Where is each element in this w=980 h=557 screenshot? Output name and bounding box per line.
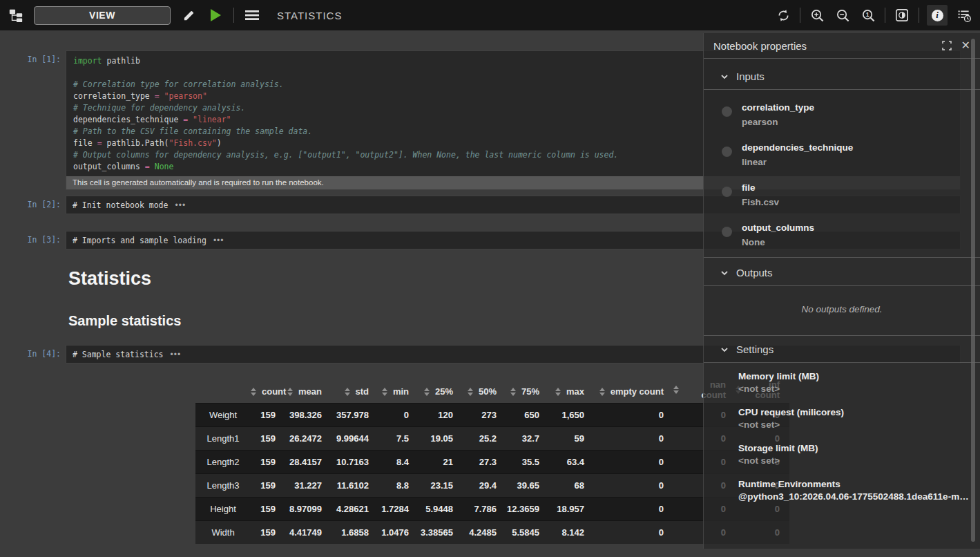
column-label: 75% xyxy=(521,386,539,397)
cell-value: 8.142 xyxy=(549,520,594,544)
row-label: Length2 xyxy=(195,450,251,473)
row-label: Weight xyxy=(195,403,251,426)
input-item[interactable]: dependencies_techniquelinear xyxy=(722,133,980,173)
collapsed-code-marker[interactable]: ••• xyxy=(175,200,186,210)
table-row[interactable]: Width1594.417491.68581.04763.385654.2485… xyxy=(195,520,789,544)
table-row[interactable]: Length115926.24729.996447.519.0525.232.7… xyxy=(195,426,789,450)
sort-icon[interactable] xyxy=(555,388,561,396)
svg-text:1: 1 xyxy=(865,11,869,18)
setting-item[interactable]: Runtime Environments@python3_10:2026.04.… xyxy=(738,475,970,511)
edit-icon[interactable] xyxy=(180,6,198,24)
cell-prompt: In [3]: xyxy=(21,234,61,246)
inputs-section-label: Inputs xyxy=(736,70,765,82)
sort-icon[interactable] xyxy=(424,388,430,396)
info-icon[interactable]: i xyxy=(932,10,943,21)
view-dropdown[interactable]: VIEW xyxy=(34,6,171,25)
refresh-icon[interactable] xyxy=(774,6,792,24)
sort-icon[interactable] xyxy=(673,386,679,394)
cell-value: 120 xyxy=(419,403,463,426)
input-item[interactable]: fileFish.csv xyxy=(722,173,980,213)
input-item[interactable]: output_columnsNone xyxy=(722,213,980,253)
cell-value: 3.38565 xyxy=(419,520,463,544)
cell-prompt: In [2]: xyxy=(21,199,61,211)
cell-value: 29.4 xyxy=(463,473,506,497)
cell-value: 31.227 xyxy=(285,473,332,497)
hierarchy-icon[interactable] xyxy=(7,6,25,24)
toolbar-separator xyxy=(885,8,885,23)
input-name: dependencies_technique xyxy=(742,138,853,153)
collapsed-code-marker[interactable]: ••• xyxy=(213,236,224,245)
setting-value: <not set> xyxy=(738,455,970,466)
app-window: VIEW STATISTICS xyxy=(0,0,980,557)
zoom-in-icon[interactable] xyxy=(808,6,826,24)
cell-value: 19.05 xyxy=(419,426,463,450)
setting-item[interactable]: CPU request (milicores)<not set> xyxy=(738,403,970,439)
sort-icon[interactable] xyxy=(599,388,605,396)
run-icon[interactable] xyxy=(206,6,224,24)
cell-value: 7.786 xyxy=(463,497,506,520)
cell-value: 8.4 xyxy=(378,450,419,473)
close-panel-icon[interactable]: ✕ xyxy=(961,40,970,51)
zoom-out-icon[interactable] xyxy=(834,6,852,24)
outputs-section-header[interactable]: Outputs xyxy=(704,258,980,285)
setting-value: <not set> xyxy=(738,384,970,394)
column-header-25-[interactable]: 25% xyxy=(419,377,463,403)
theme-toggle-icon[interactable] xyxy=(893,6,911,24)
sort-icon[interactable] xyxy=(468,388,473,396)
row-label: Width xyxy=(195,520,251,544)
menu-icon[interactable] xyxy=(243,6,261,24)
column-header-std[interactable]: std xyxy=(332,377,378,403)
setting-value: @python3_10:2026.04.06-1775502488.1dea61… xyxy=(738,491,970,502)
table-row[interactable]: Weight159398.326357.97801202736501,65000… xyxy=(195,403,789,426)
history-icon[interactable] xyxy=(955,6,973,24)
cell-value: 159 xyxy=(251,497,285,520)
sort-icon[interactable] xyxy=(287,388,293,396)
notebook-properties-panel: Notebook properties ✕ Inputs correlation… xyxy=(703,33,980,549)
cell-value: 68 xyxy=(549,473,594,497)
zoom-reset-icon[interactable]: 1 xyxy=(859,6,877,24)
column-header-50-[interactable]: 50% xyxy=(463,377,506,403)
sort-icon[interactable] xyxy=(382,388,387,396)
column-header-75-[interactable]: 75% xyxy=(506,377,549,403)
cell-value: 159 xyxy=(251,450,285,473)
column-header-max[interactable]: max xyxy=(549,377,594,403)
setting-item[interactable]: Storage limit (MB)<not set> xyxy=(738,439,970,475)
cell-prompt: In [1]: xyxy=(21,54,61,66)
toolbar-left: VIEW STATISTICS xyxy=(0,6,342,25)
input-name: output_columns xyxy=(742,218,814,233)
setting-item[interactable]: Memory limit (MB)<not set> xyxy=(738,367,970,403)
setting-name: Runtime Environments xyxy=(738,479,970,489)
sample-statistics-table: countmeanstdmin25%50%75%maxempty countna… xyxy=(195,377,789,544)
collapsed-code-marker[interactable]: ••• xyxy=(171,350,182,359)
input-item[interactable]: correlation_typepearson xyxy=(722,93,980,133)
cell-value: 4.28621 xyxy=(332,497,378,520)
cell-value: 0 xyxy=(594,426,673,450)
chevron-down-icon xyxy=(720,70,729,82)
setting-name: CPU request (milicores) xyxy=(738,407,970,417)
column-header-count[interactable]: count xyxy=(251,377,285,403)
cell-value: 1.7284 xyxy=(378,497,419,520)
settings-section-header[interactable]: Settings xyxy=(704,336,980,362)
panel-header: Notebook properties ✕ xyxy=(704,33,980,58)
sample-statistics-heading: Sample statistics xyxy=(68,313,181,329)
input-value: Fish.csv xyxy=(742,197,779,207)
input-dot-icon xyxy=(722,187,732,197)
column-header-mean[interactable]: mean xyxy=(285,377,332,403)
column-label: empty count xyxy=(611,386,664,397)
column-header-min[interactable]: min xyxy=(378,377,419,403)
table-row[interactable]: Height1598.970994.286211.72845.94487.786… xyxy=(195,497,789,520)
inputs-section-header[interactable]: Inputs xyxy=(704,59,980,89)
toolbar-separator xyxy=(919,8,919,23)
sort-icon[interactable] xyxy=(251,388,256,396)
setting-value: <not set> xyxy=(738,419,970,430)
column-header-empty-count[interactable]: empty count xyxy=(594,377,673,403)
cell-value: 7.5 xyxy=(378,426,419,450)
toolbar-right: 1 i xyxy=(774,5,980,26)
expand-panel-icon[interactable] xyxy=(942,41,952,50)
sort-icon[interactable] xyxy=(345,388,350,396)
table-row[interactable]: Length315931.22711.61028.823.1529.439.65… xyxy=(195,473,789,497)
panel-scrollbar[interactable] xyxy=(971,39,975,542)
sort-icon[interactable] xyxy=(510,388,516,396)
cell-value: 1,650 xyxy=(549,403,594,426)
table-row[interactable]: Length215928.415710.71638.42127.335.563.… xyxy=(195,450,789,473)
